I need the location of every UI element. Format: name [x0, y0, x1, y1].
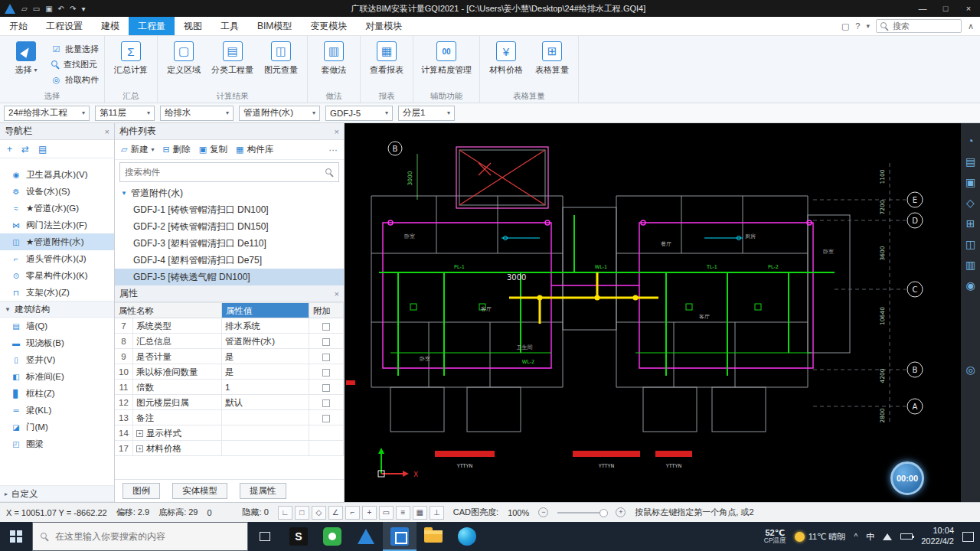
ime-indicator[interactable]: 中: [866, 531, 874, 543]
collapse-ribbon-icon[interactable]: ∧: [968, 21, 974, 31]
sogou-app-button[interactable]: S: [282, 522, 315, 551]
copy-component-button[interactable]: ▣ 复制: [199, 144, 227, 155]
discipline-dropdown[interactable]: 给排水▾: [160, 106, 234, 121]
cad-drawing[interactable]: B E D C B A 1100 7200 3600 10640 4200 28…: [345, 123, 961, 502]
attach-checkbox[interactable]: [322, 399, 330, 407]
nav-item-valve-flange[interactable]: ⋈阀门法兰(水)(F): [0, 217, 114, 233]
start-button[interactable]: [0, 522, 32, 551]
target-icon[interactable]: ◉: [965, 280, 975, 291]
batch-select-button[interactable]: ☑ 批量选择: [51, 44, 99, 55]
snap-grid-icon[interactable]: ▦: [413, 506, 427, 520]
undo-icon[interactable]: ↶: [58, 5, 64, 13]
maximize-button[interactable]: □: [934, 0, 957, 17]
floor-dropdown[interactable]: 第11层▾: [95, 106, 155, 121]
nav-item-beam[interactable]: ═梁(KL): [0, 402, 114, 419]
minimize-button[interactable]: —: [911, 0, 934, 17]
taskbar-search[interactable]: [32, 522, 248, 551]
snap-region-icon[interactable]: ▭: [379, 506, 394, 520]
find-element-button[interactable]: 查找图元: [51, 59, 99, 70]
component-item-selected[interactable]: GDFJ-5 [铸铁透气帽 DN100]: [115, 269, 344, 285]
nav-item-support[interactable]: ⊓支架(水)(Z): [0, 284, 114, 301]
action-center-icon[interactable]: [962, 532, 974, 542]
close-properties-panel-icon[interactable]: ×: [335, 289, 339, 298]
tray-expand-icon[interactable]: ^: [854, 533, 858, 541]
expand-all-icon[interactable]: +: [7, 144, 12, 155]
nav-item-wall[interactable]: ▤墙(Q): [0, 318, 114, 334]
component-search-input[interactable]: [125, 168, 322, 177]
snap-corner-icon[interactable]: ⌐: [345, 506, 360, 520]
precision-management-button[interactable]: 00 计算精度管理: [419, 37, 474, 76]
nav-item-frame-column[interactable]: ▊框柱(Z): [0, 385, 114, 402]
table-quantity-button[interactable]: ⊞ 表格算量: [531, 37, 573, 76]
tab-change-module[interactable]: 变更模块: [301, 17, 356, 35]
attach-checkbox[interactable]: [322, 384, 330, 392]
nav-item-misc-component[interactable]: ⊙零星构件(水)(K): [0, 267, 114, 284]
nav-item-sanitary-fixture[interactable]: ◉卫生器具(水)(V): [0, 166, 114, 183]
switch-view-icon[interactable]: ⇄: [21, 144, 29, 155]
more-tools-icon[interactable]: ⋯: [329, 145, 338, 155]
sum-calc-button[interactable]: Σ 汇总计算: [110, 37, 152, 76]
snap-perp-icon[interactable]: ⊥: [430, 506, 444, 520]
task-view-button[interactable]: [248, 522, 282, 551]
snap-plus-icon[interactable]: +: [362, 506, 377, 520]
nav-item-ring-beam[interactable]: ◰圈梁: [0, 435, 114, 452]
legend-button[interactable]: 图例: [122, 483, 160, 499]
pick-component-button[interactable]: ◎ 拾取构件: [51, 74, 99, 86]
view-report-button[interactable]: ▦ 查看报表: [366, 37, 407, 76]
delete-component-button[interactable]: ⊟ 删除: [162, 144, 190, 155]
sheet-view-icon[interactable]: ▥: [965, 259, 975, 270]
ribbon-search-input[interactable]: [893, 21, 952, 31]
close-nav-panel-icon[interactable]: ×: [105, 127, 109, 136]
component-item[interactable]: GDFJ-4 [塑料管帽清扫口 De75]: [115, 252, 344, 269]
nav-item-shaft[interactable]: ▯竖井(V): [0, 351, 114, 368]
nav-item-equipment[interactable]: ⚙设备(水)(S): [0, 183, 114, 200]
nav-item-joint-fitting[interactable]: ⌐通头管件(水)(J): [0, 250, 114, 267]
layer-dropdown[interactable]: 分层1▾: [398, 106, 455, 121]
tab-project-settings[interactable]: 工程设置: [37, 17, 92, 35]
expand-icon[interactable]: +: [136, 430, 143, 437]
battery-icon[interactable]: [900, 533, 913, 540]
brightness-decrease-button[interactable]: −: [538, 507, 548, 517]
gqi-app-button[interactable]: [383, 522, 416, 551]
component-item[interactable]: GDFJ-2 [铸铁管帽清扫口 DN150]: [115, 218, 344, 235]
component-group[interactable]: ▼管道附件(水): [115, 184, 344, 201]
apply-method-button[interactable]: ▥ 套做法: [313, 37, 354, 76]
classified-quantity-button[interactable]: ▤ 分类工程量: [209, 37, 256, 76]
nav-item-door[interactable]: ◪门(M): [0, 419, 114, 435]
nav-item-pipe-fitting[interactable]: ◫★管道附件(水): [0, 233, 114, 250]
orbit-view-icon[interactable]: ◔: [967, 135, 973, 146]
category-dropdown[interactable]: 管道附件(水)▾: [239, 106, 320, 121]
region-select-icon[interactable]: ▣: [965, 177, 975, 187]
snap-rect-icon[interactable]: □: [295, 506, 309, 520]
nav-item-pipe[interactable]: ≈★管道(水)(G): [0, 200, 114, 217]
component-search[interactable]: [119, 162, 339, 182]
nav-item-standard-room[interactable]: ◧标准间(E): [0, 368, 114, 385]
nav-list-icon[interactable]: ▤: [38, 144, 47, 155]
close-button[interactable]: ×: [957, 0, 980, 17]
expand-icon[interactable]: +: [136, 445, 143, 452]
select-button[interactable]: 选择▾: [5, 37, 47, 76]
layers-icon[interactable]: ▤: [965, 156, 975, 167]
close-component-panel-icon[interactable]: ×: [335, 127, 339, 136]
grid-view-icon[interactable]: ⊞: [966, 218, 975, 229]
attach-checkbox[interactable]: [322, 369, 330, 377]
save-icon[interactable]: ▣: [45, 5, 52, 13]
snap-diamond-icon[interactable]: ◇: [312, 506, 326, 520]
component-item[interactable]: GDFJ-1 [铸铁管帽清扫口 DN100]: [115, 201, 344, 218]
snap-ortho-icon[interactable]: ∟: [278, 506, 292, 520]
clock[interactable]: 10:04 2022/4/2: [921, 526, 954, 547]
redo-icon[interactable]: ↷: [70, 5, 76, 13]
new-component-button[interactable]: ▱ 新建▾: [121, 144, 154, 155]
brightness-increase-button[interactable]: +: [616, 507, 626, 517]
weather-widget[interactable]: 11℃ 晴朗: [795, 531, 846, 543]
snap-lines-icon[interactable]: ≡: [396, 506, 410, 520]
nav-section-structure[interactable]: ▼建筑结构: [0, 301, 114, 318]
component-library-button[interactable]: ▦ 构件库: [236, 144, 273, 155]
edge-browser-button[interactable]: [450, 522, 484, 551]
brightness-slider[interactable]: [557, 512, 606, 514]
component-dropdown[interactable]: GDFJ-5▾: [325, 106, 393, 121]
nav-section-custom[interactable]: ▸自定义: [0, 485, 114, 502]
tab-tools[interactable]: 工具: [211, 17, 248, 35]
tab-modeling[interactable]: 建模: [92, 17, 129, 35]
project-dropdown[interactable]: 24#给排水工程▾: [4, 106, 90, 121]
